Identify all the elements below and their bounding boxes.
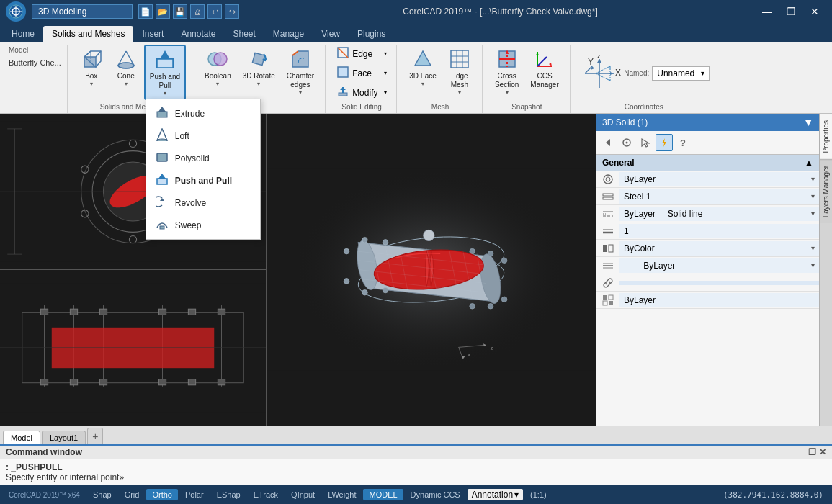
cmd-close-button[interactable]: ✕: [819, 447, 826, 457]
rotate3d-button[interactable]: 3D Rotate ▾: [238, 45, 280, 90]
color-text: ByLayer: [624, 174, 656, 184]
status-etrack[interactable]: ETrack: [248, 489, 284, 500]
status-grid[interactable]: Grid: [119, 489, 146, 500]
viewport-bottom-left[interactable]: [0, 270, 266, 426]
svg-point-147: [604, 175, 612, 184]
redo-icon[interactable]: ↪: [225, 4, 239, 19]
edge-button[interactable]: Edge ▾: [333, 45, 390, 63]
color-value[interactable]: ByLayer ▾: [619, 172, 819, 186]
edge-label: Edge: [352, 49, 372, 59]
status-ortho[interactable]: Ortho: [146, 489, 178, 500]
prop-back-button[interactable]: [599, 134, 617, 151]
material-value[interactable]: ByLayer: [619, 293, 819, 307]
dropdown-pushandpull[interactable]: Push and Pull: [146, 169, 260, 192]
tab-solids-meshes[interactable]: Solids and Meshes: [43, 26, 133, 42]
save-icon[interactable]: 💾: [173, 4, 187, 19]
svg-marker-14: [160, 50, 170, 59]
tab-home[interactable]: Home: [3, 26, 43, 42]
prop-lightning-button[interactable]: [656, 134, 673, 151]
boolean-button[interactable]: Boolean ▾: [200, 45, 236, 90]
tab-sheet[interactable]: Sheet: [224, 26, 264, 42]
status-qinput[interactable]: QInput: [285, 489, 321, 500]
dropdown-polysolid[interactable]: Polysolid: [146, 147, 260, 169]
cone-button[interactable]: Cone ▾: [109, 45, 143, 90]
status-polar[interactable]: Polar: [179, 489, 210, 500]
plotstyle-value[interactable]: ByColor ▾: [619, 241, 819, 256]
viewport-main[interactable]: z x: [267, 114, 596, 426]
transparency-value[interactable]: —— ByLayer ▾: [619, 258, 819, 273]
vptab-add-button[interactable]: +: [87, 428, 103, 444]
3dface-button[interactable]: 3D Face ▾: [404, 45, 442, 90]
edgemesh-button[interactable]: EdgeMesh ▾: [443, 45, 476, 99]
undo-icon[interactable]: ↩: [207, 4, 222, 19]
modify-button[interactable]: Modify ▾: [333, 84, 390, 102]
svg-point-111: [362, 237, 368, 243]
ccs-named-dropdown[interactable]: Unnamed ▾: [652, 66, 710, 81]
vptab-model[interactable]: Model: [3, 431, 40, 444]
status-lweight[interactable]: LWeight: [322, 489, 362, 500]
edge-icon: [336, 47, 349, 60]
svg-marker-51: [536, 52, 539, 55]
tab-manage[interactable]: Manage: [264, 26, 313, 42]
svg-marker-37: [415, 51, 431, 66]
layer-value[interactable]: Steel 1 ▾: [619, 189, 819, 204]
prop-select-button[interactable]: [618, 134, 635, 151]
svg-text:Y: Y: [588, 57, 594, 67]
status-model[interactable]: MODEL: [363, 489, 403, 500]
dropdown-sweep[interactable]: Sweep: [146, 214, 260, 236]
svg-rect-99: [40, 379, 48, 385]
status-esnap[interactable]: ESnap: [211, 489, 246, 500]
prop-cursor-button[interactable]: [637, 134, 654, 151]
svg-rect-98: [218, 309, 225, 315]
vtab-properties[interactable]: Properties: [820, 114, 832, 159]
new-icon[interactable]: 📄: [138, 4, 153, 19]
crosssection-button[interactable]: CrossSection ▾: [490, 45, 524, 99]
app-name-field[interactable]: 3D Modeling: [32, 4, 133, 19]
minimize-button[interactable]: —: [756, 1, 779, 22]
svg-marker-23: [160, 198, 164, 201]
svg-rect-34: [339, 93, 347, 96]
color-row: ByLayer ▾: [596, 171, 819, 188]
plotstyle-row: ByColor ▾: [596, 240, 819, 257]
solid-editing-label: Solid Editing: [333, 102, 390, 113]
vptab-layout1[interactable]: Layout1: [42, 431, 86, 444]
face-button[interactable]: Face ▾: [333, 64, 390, 82]
tab-view[interactable]: View: [313, 26, 349, 42]
tab-insert[interactable]: Insert: [133, 26, 172, 42]
vtab-layers[interactable]: Layers Manager: [820, 159, 832, 223]
cmd-restore-button[interactable]: ❐: [808, 447, 816, 457]
close-button[interactable]: ✕: [803, 1, 826, 22]
svg-rect-104: [218, 379, 225, 385]
tab-plugins[interactable]: Plugins: [349, 26, 394, 42]
tab-annotate[interactable]: Annotate: [172, 26, 224, 42]
maximize-button[interactable]: ❐: [779, 1, 802, 22]
ccsmanager-button[interactable]: CCSManager: [525, 45, 563, 92]
lineweight-value[interactable]: 1: [619, 224, 819, 238]
dropdown-extrude[interactable]: Extrude: [146, 102, 260, 125]
linetype-value[interactable]: ByLayer Solid line ▾: [619, 207, 819, 221]
box-button[interactable]: Box ▾: [75, 45, 108, 90]
chamfer-button[interactable]: Chamferedges ▾: [282, 45, 319, 99]
print-icon[interactable]: 🖨: [190, 4, 205, 19]
properties-sidebar: 3D Solid (1) ▼ ? General ▲: [596, 114, 819, 426]
chamfer-label: Chamferedges: [287, 72, 314, 89]
prop-help-button[interactable]: ?: [674, 134, 692, 151]
svg-rect-162: [609, 295, 613, 300]
dropdown-loft[interactable]: Loft: [146, 125, 260, 147]
dropdown-revolve[interactable]: Revolve: [146, 192, 260, 214]
edgemesh-icon: [448, 48, 471, 71]
pushpull-button[interactable]: Push andPull ▾ Extrude: [144, 45, 186, 100]
svg-point-120: [501, 297, 507, 302]
properties-header: 3D Solid (1) ▼: [596, 114, 819, 131]
svg-line-7: [84, 51, 91, 57]
status-snap[interactable]: Snap: [87, 489, 117, 500]
general-section-header[interactable]: General ▲: [596, 155, 819, 171]
svg-text:X: X: [615, 68, 621, 78]
svg-point-116: [383, 287, 388, 293]
status-dynamicccs[interactable]: Dynamic CCS: [405, 489, 466, 500]
window-controls: — ❐ ✕: [756, 1, 826, 22]
status-annotation[interactable]: Annotation ▾: [468, 489, 523, 500]
prop-close-button[interactable]: ▼: [803, 117, 813, 128]
open-icon[interactable]: 📂: [156, 4, 170, 19]
svg-marker-56: [610, 72, 614, 75]
